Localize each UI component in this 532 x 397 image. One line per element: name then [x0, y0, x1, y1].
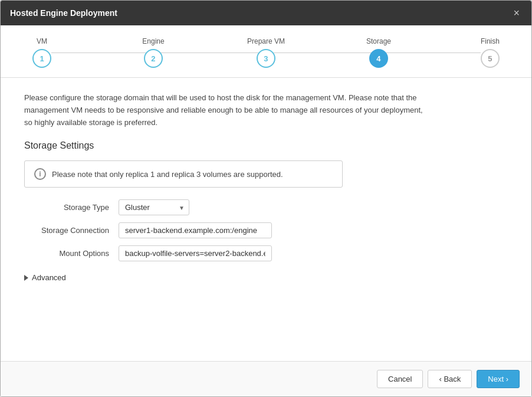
storage-connection-label: Storage Connection [24, 226, 119, 235]
step-prepare-vm-label: Prepare VM [247, 37, 285, 45]
storage-type-select-wrapper: Gluster NFS iSCSI FC ▼ [119, 199, 189, 215]
storage-type-select[interactable]: Gluster NFS iSCSI FC [119, 199, 189, 215]
storage-connection-control [119, 222, 508, 238]
footer: Cancel ‹ Back Next › [1, 361, 531, 396]
step-storage-label: Storage [366, 37, 391, 45]
back-button[interactable]: ‹ Back [428, 370, 472, 388]
mount-options-control [119, 245, 508, 261]
step-engine-circle: 2 [144, 49, 163, 68]
step-prepare-vm-circle: 3 [257, 49, 275, 68]
section-title: Storage Settings [24, 140, 508, 151]
info-box: i Please note that only replica 1 and re… [24, 160, 343, 188]
storage-type-label: Storage Type [24, 203, 119, 212]
step-vm-label: VM [37, 37, 47, 45]
cancel-button[interactable]: Cancel [377, 370, 423, 388]
info-icon: i [34, 168, 46, 180]
close-button[interactable]: × [511, 8, 522, 18]
mount-options-input[interactable] [119, 245, 272, 261]
mount-options-row: Mount Options [24, 245, 508, 261]
storage-form: Storage Type Gluster NFS iSCSI FC ▼ S [24, 199, 508, 261]
step-engine-label: Engine [142, 37, 164, 45]
step-finish: Finish 5 [472, 37, 508, 68]
advanced-toggle-button[interactable]: Advanced [24, 273, 66, 282]
mount-options-label: Mount Options [24, 249, 119, 258]
info-message: Please note that only replica 1 and repl… [52, 170, 283, 179]
step-storage-circle: 4 [369, 49, 388, 68]
storage-type-control: Gluster NFS iSCSI FC ▼ [119, 199, 508, 215]
step-engine: Engine 2 [136, 37, 171, 68]
step-storage: Storage 4 [361, 37, 396, 68]
dialog-header: Hosted Engine Deployment × [1, 1, 531, 25]
hosted-engine-deployment-dialog: Hosted Engine Deployment × VM 1 Engine 2 [0, 0, 532, 397]
step-finish-circle: 5 [481, 49, 500, 68]
description-text: Please configure the storage domain that… [24, 92, 425, 129]
chevron-right-icon [24, 275, 28, 281]
dialog-title: Hosted Engine Deployment [10, 8, 117, 18]
next-button[interactable]: Next › [477, 370, 520, 388]
step-vm-circle: 1 [32, 49, 51, 68]
content-area: Please configure the storage domain that… [1, 78, 531, 361]
advanced-section: Advanced [24, 273, 508, 282]
advanced-label: Advanced [32, 273, 66, 282]
step-prepare-vm: Prepare VM 3 [247, 37, 285, 68]
stepper: VM 1 Engine 2 Prepare VM 3 St [24, 37, 508, 68]
storage-type-row: Storage Type Gluster NFS iSCSI FC ▼ [24, 199, 508, 215]
step-vm: VM 1 [24, 37, 60, 68]
storage-connection-row: Storage Connection [24, 222, 508, 238]
stepper-area: VM 1 Engine 2 Prepare VM 3 St [1, 25, 531, 78]
storage-connection-input[interactable] [119, 222, 272, 238]
step-finish-label: Finish [481, 37, 500, 45]
